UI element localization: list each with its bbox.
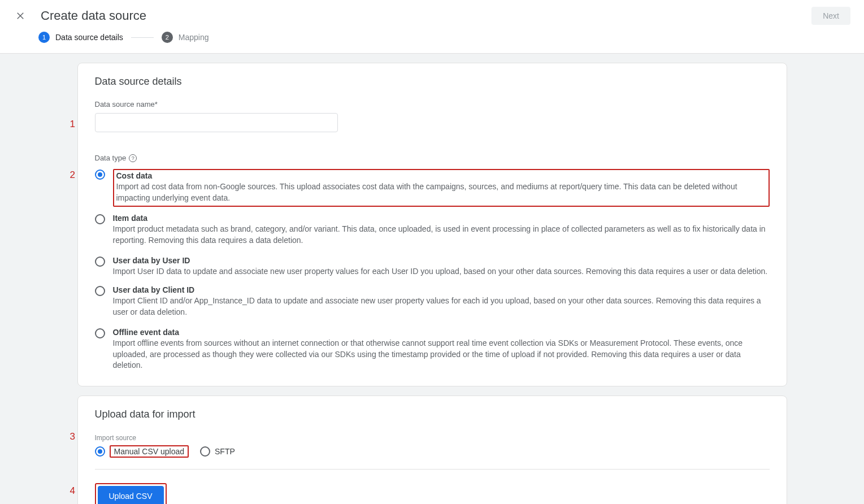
radio-sftp[interactable]: SFTP bbox=[200, 446, 235, 457]
step-number: 1 bbox=[38, 32, 50, 43]
option-title: Item data bbox=[113, 214, 770, 223]
data-type-text: Data type bbox=[95, 154, 127, 162]
annotation-4: 4 bbox=[70, 485, 75, 497]
option-desc: Import Client ID and/or App_Instance_ID … bbox=[113, 296, 770, 318]
radio-client-id[interactable]: User data by Client ID Import Client ID … bbox=[95, 283, 770, 325]
step-2[interactable]: 2 Mapping bbox=[162, 32, 209, 43]
annotation-2: 2 bbox=[70, 170, 75, 181]
data-source-details-card: Data source details 1 Data source name* … bbox=[77, 63, 787, 386]
option-desc: Import ad cost data from non-Google sour… bbox=[116, 181, 765, 203]
data-type-options: Cost data Import ad cost data from non-G… bbox=[95, 167, 770, 371]
annotation-1: 1 bbox=[70, 119, 75, 130]
step-label: Data source details bbox=[55, 33, 123, 42]
option-desc: Import User ID data to update and associ… bbox=[113, 266, 770, 277]
stepper: 1 Data source details 2 Mapping bbox=[0, 32, 864, 54]
option-title: User data by Client ID bbox=[113, 285, 770, 294]
annotation-3: 3 bbox=[70, 431, 75, 442]
radio-input[interactable] bbox=[95, 286, 105, 296]
radio-input[interactable] bbox=[95, 328, 105, 338]
radio-user-id[interactable]: User data by User ID Import User ID data… bbox=[95, 254, 770, 283]
import-source-label: Import source bbox=[95, 434, 136, 442]
page-title: Create data source bbox=[41, 8, 146, 23]
highlight-cost-data: Cost data Import ad cost data from non-G… bbox=[113, 169, 770, 207]
radio-input[interactable] bbox=[200, 446, 210, 457]
top-bar: Create data source Next bbox=[0, 0, 864, 32]
divider bbox=[95, 469, 770, 470]
radio-input[interactable] bbox=[95, 170, 105, 180]
data-source-name-label: Data source name* bbox=[95, 100, 770, 108]
radio-input[interactable] bbox=[95, 446, 105, 457]
option-label: Manual CSV upload bbox=[110, 445, 189, 458]
upload-csv-button[interactable]: Upload CSV bbox=[98, 486, 164, 504]
radio-cost-data[interactable]: Cost data Import ad cost data from non-G… bbox=[95, 167, 770, 211]
radio-input[interactable] bbox=[95, 214, 105, 224]
option-title: Cost data bbox=[116, 171, 765, 180]
card-title: Data source details bbox=[95, 76, 770, 88]
option-title: Offline event data bbox=[113, 328, 770, 337]
step-label: Mapping bbox=[179, 33, 209, 42]
highlight-upload-csv: Upload CSV bbox=[95, 483, 167, 504]
option-title: User data by User ID bbox=[113, 256, 770, 265]
step-connector bbox=[131, 37, 154, 38]
radio-item-data[interactable]: Item data Import product metadata such a… bbox=[95, 211, 770, 254]
step-1[interactable]: 1 Data source details bbox=[38, 32, 123, 43]
data-type-label: Data type ? bbox=[95, 154, 770, 162]
data-source-name-input[interactable] bbox=[95, 113, 338, 132]
radio-input[interactable] bbox=[95, 257, 105, 267]
step-number: 2 bbox=[162, 32, 173, 43]
option-label: SFTP bbox=[215, 447, 235, 456]
help-icon[interactable]: ? bbox=[129, 154, 137, 162]
card-title: Upload data for import bbox=[95, 409, 770, 420]
upload-data-card: Upload data for import 3 Import source M… bbox=[77, 396, 787, 504]
option-desc: Import product metadata such as brand, c… bbox=[113, 224, 770, 246]
content: Data source details 1 Data source name* … bbox=[73, 63, 792, 504]
radio-manual-csv[interactable]: Manual CSV upload bbox=[95, 445, 189, 458]
close-icon[interactable] bbox=[14, 9, 27, 23]
import-source-options: Manual CSV upload SFTP bbox=[95, 445, 770, 458]
radio-offline-event[interactable]: Offline event data Import offline events… bbox=[95, 325, 770, 371]
next-button[interactable]: Next bbox=[811, 7, 850, 25]
option-desc: Import offline events from sources witho… bbox=[113, 338, 770, 371]
